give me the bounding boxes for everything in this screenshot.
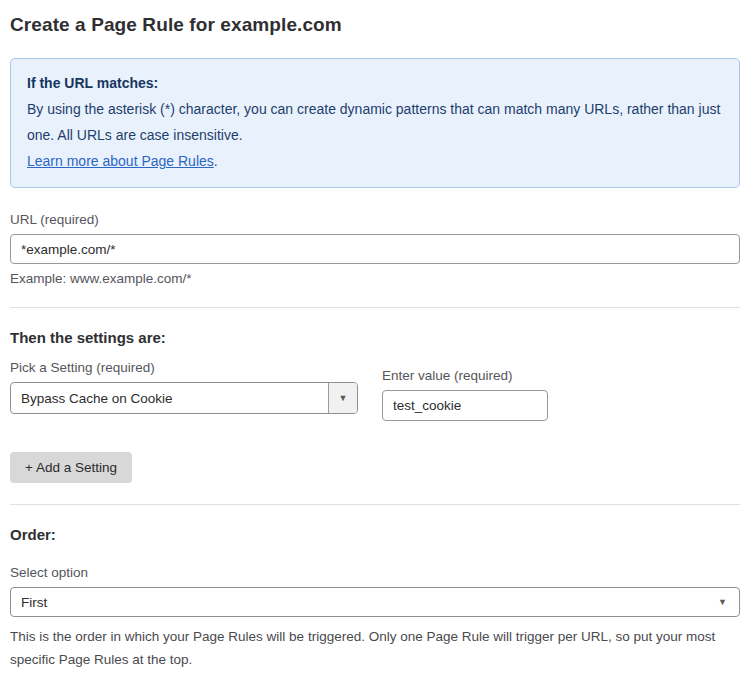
url-example-text: Example: www.example.com/*	[10, 271, 740, 286]
info-box-heading: If the URL matches:	[27, 70, 723, 96]
page-title: Create a Page Rule for example.com	[10, 14, 740, 36]
order-section-heading: Order:	[10, 526, 740, 543]
info-box-body: By using the asterisk (*) character, you…	[27, 96, 723, 148]
pick-setting-column: Pick a Setting (required) Bypass Cache o…	[10, 360, 358, 421]
order-help-text: This is the order in which your Page Rul…	[10, 625, 740, 671]
setting-select[interactable]: Bypass Cache on Cookie ▼	[10, 382, 358, 414]
add-setting-button[interactable]: + Add a Setting	[10, 452, 132, 483]
order-select-label: Select option	[10, 565, 740, 580]
enter-value-label: Enter value (required)	[382, 368, 548, 383]
settings-section-heading: Then the settings are:	[10, 329, 740, 346]
link-suffix: .	[214, 153, 218, 169]
settings-row: Pick a Setting (required) Bypass Cache o…	[10, 360, 740, 421]
url-input[interactable]	[10, 234, 740, 264]
setting-value-input[interactable]	[382, 390, 548, 421]
learn-more-link[interactable]: Learn more about Page Rules	[27, 153, 214, 169]
chevron-down-icon: ▼	[718, 597, 727, 607]
order-select[interactable]: First ▼	[10, 587, 740, 617]
setting-select-value: Bypass Cache on Cookie	[11, 383, 328, 413]
order-select-value: First	[21, 595, 47, 610]
divider	[10, 504, 740, 505]
url-field-label: URL (required)	[10, 212, 740, 227]
url-match-info-box: If the URL matches: By using the asteris…	[10, 58, 740, 188]
info-box-link-line: Learn more about Page Rules.	[27, 148, 723, 174]
create-page-rule-panel: Create a Page Rule for example.com If th…	[0, 0, 750, 688]
enter-value-column: Enter value (required)	[382, 368, 548, 421]
pick-setting-label: Pick a Setting (required)	[10, 360, 358, 375]
divider	[10, 307, 740, 308]
chevron-down-icon[interactable]: ▼	[328, 383, 357, 413]
